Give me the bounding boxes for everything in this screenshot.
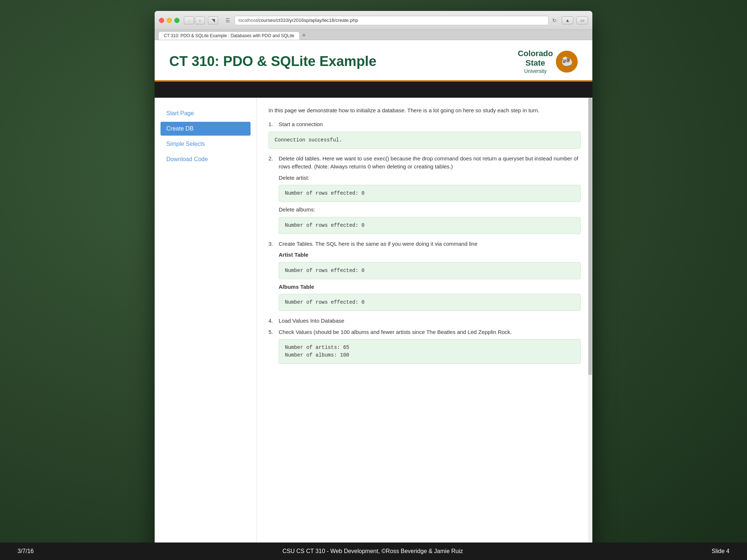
address-bar-container: ☰ localhost/courses/ct310/yr2016sp/aplay… (224, 16, 557, 25)
sidebar-item-create-db[interactable]: Create DB (160, 122, 251, 136)
address-bar[interactable]: localhost/courses/ct310/yr2016sp/aplay/l… (235, 16, 549, 25)
step-2: 2. Delete old tables. Here we want to us… (268, 155, 581, 234)
active-tab[interactable]: CT 310: PDO & SQLite Example : Databases… (158, 31, 300, 40)
footer-date: 3/7/16 (18, 548, 34, 555)
nav-bar (155, 82, 592, 98)
forward-button[interactable]: › (195, 16, 205, 24)
menu-icon[interactable]: ☰ (224, 17, 232, 24)
sidebar: Start Page Create DB Simple Selects Down… (155, 98, 257, 560)
step-5-label: Check Values (should be 100 albums and f… (279, 328, 512, 337)
page-content: CT 310: PDO & SQLite Example Colorado St… (155, 40, 592, 560)
refresh-button[interactable]: ↻ (551, 17, 557, 24)
site-header: CT 310: PDO & SQLite Example Colorado St… (155, 40, 592, 82)
step-5-code: Number of artists: 65Number of albums: 1… (279, 339, 581, 364)
new-tab-button[interactable]: ▭ (576, 16, 588, 24)
step-2-code-2: Number of rows effected: 0 (279, 217, 581, 234)
new-tab-plus[interactable]: + (302, 31, 306, 40)
scrollbar-thumb[interactable] (588, 98, 592, 375)
presentation-footer: 3/7/16 CSU CS CT 310 - Web Development, … (0, 542, 747, 560)
url-path: /courses/ct310/yr2016sp/aplay/lec18/crea… (257, 18, 358, 23)
footer-slide: Slide 4 (712, 548, 729, 555)
step-5-number: 5. (268, 328, 276, 337)
step-3-sublabel-2: Albums Table (279, 283, 581, 291)
footer-course: CSU CS CT 310 - Web Development, ©Ross B… (282, 548, 463, 555)
step-2-sublabel-2: Delete albums: (279, 206, 581, 214)
sidebar-item-start-page[interactable]: Start Page (160, 106, 251, 120)
nav-buttons: ‹ › (184, 16, 205, 24)
step-3-code-1: Number of rows effected: 0 (279, 262, 581, 279)
step-1: 1. Start a connection Connection success… (268, 120, 581, 149)
step-4-label: Load Values Into Database (279, 317, 344, 325)
tab-bar: CT 310: PDO & SQLite Example : Databases… (155, 30, 592, 40)
step-2-label: Delete old tables. Here we want to use e… (279, 155, 581, 171)
step-3-sublabel-1: Artist Table (279, 251, 581, 259)
sidebar-item-simple-selects[interactable]: Simple Selects (160, 137, 251, 151)
step-5: 5. Check Values (should be 100 albums an… (268, 328, 581, 364)
url-base: localhost (239, 18, 257, 23)
step-3: 3. Create Tables. The SQL here is the sa… (268, 240, 581, 311)
csu-logo: Colorado State University 🐏 (518, 49, 578, 80)
step-1-number: 1. (268, 120, 276, 129)
toolbar-right: ▲ ▭ (562, 16, 588, 24)
page-layout-button[interactable]: ◥ (208, 16, 218, 24)
back-button[interactable]: ‹ (184, 16, 194, 24)
content-area: In this page we demonstrate how to initi… (257, 98, 592, 560)
step-1-label: Start a connection (279, 120, 323, 129)
intro-text: In this page we demonstrate how to initi… (268, 106, 581, 115)
close-button[interactable] (159, 18, 164, 23)
step-4: 4. Load Values Into Database (268, 317, 581, 325)
browser-titlebar: ‹ › ◥ ☰ localhost/courses/ct310/yr2016sp… (155, 11, 592, 30)
step-3-number: 3. (268, 240, 276, 248)
step-2-code-1: Number of rows effected: 0 (279, 185, 581, 202)
page-title: CT 310: PDO & SQLite Example (169, 54, 376, 75)
minimize-button[interactable] (167, 18, 172, 23)
step-4-number: 4. (268, 317, 276, 325)
step-2-sublabel-1: Delete artist: (279, 174, 581, 182)
step-3-label: Create Tables. The SQL here is the same … (279, 240, 477, 248)
maximize-button[interactable] (174, 18, 179, 23)
main-layout: Start Page Create DB Simple Selects Down… (155, 98, 592, 560)
step-3-code-2: Number of rows effected: 0 (279, 294, 581, 311)
sidebar-item-download-code[interactable]: Download Code (160, 152, 251, 166)
step-2-number: 2. (268, 155, 276, 171)
step-1-code: Connection successful. (268, 132, 581, 149)
csu-ram-icon: 🐏 (556, 51, 578, 73)
share-button[interactable]: ▲ (562, 16, 573, 24)
scrollbar-track[interactable] (588, 98, 592, 560)
traffic-lights (159, 18, 179, 23)
csu-logo-text: Colorado State University (518, 49, 553, 74)
